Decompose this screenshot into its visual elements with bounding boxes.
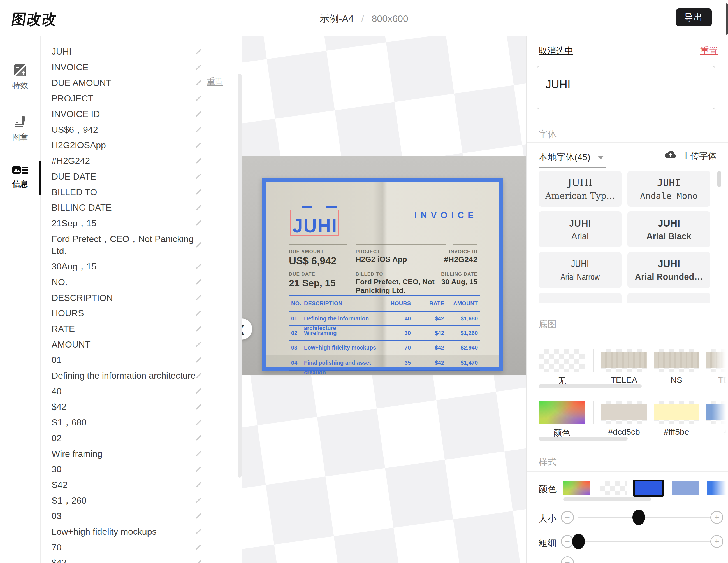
layer-item[interactable]: RATE xyxy=(41,321,242,337)
layer-item[interactable]: $42 xyxy=(41,555,242,563)
local-fonts-dropdown[interactable]: 本地字体(45) xyxy=(539,151,606,168)
base-swatch-颜色[interactable] xyxy=(539,400,585,424)
layer-item[interactable]: H2G2iOSApp xyxy=(41,138,242,153)
edit-pencil-icon[interactable] xyxy=(194,465,202,473)
layer-item[interactable]: BILLED TO xyxy=(41,184,242,200)
edit-pencil-icon[interactable] xyxy=(194,110,202,118)
layer-item[interactable]: PROJECT xyxy=(41,91,242,107)
size-decrease-button[interactable]: − xyxy=(561,511,574,524)
edit-pencil-icon[interactable] xyxy=(194,481,202,489)
edit-pencil-icon[interactable] xyxy=(194,325,202,333)
edit-pencil-icon[interactable] xyxy=(194,403,202,411)
edit-pencil-icon[interactable] xyxy=(194,497,202,504)
layer-item[interactable]: DESCRIPTION xyxy=(41,290,242,305)
layers-reset-link[interactable]: 重置 xyxy=(207,76,223,87)
selection-box[interactable] xyxy=(290,210,339,236)
layer-item[interactable]: DUE DATE xyxy=(41,169,242,185)
layer-item[interactable]: 30 xyxy=(41,462,242,477)
layer-item[interactable]: INVOICE xyxy=(41,60,242,75)
layer-item[interactable]: JUHI xyxy=(41,44,242,60)
base-swatch-#dcd5cb[interactable] xyxy=(601,400,647,424)
edit-pencil-icon[interactable] xyxy=(194,204,202,212)
layer-item[interactable]: $42 xyxy=(41,399,242,415)
upload-font-button[interactable]: 上传字体 xyxy=(663,150,717,162)
edit-pencil-icon[interactable] xyxy=(194,512,202,520)
layer-item[interactable]: 01 xyxy=(41,352,242,368)
layer-item[interactable]: Wire framing xyxy=(41,446,242,462)
base-swatch-NS[interactable] xyxy=(654,349,699,372)
edit-pencil-icon[interactable] xyxy=(194,241,202,249)
edit-pencil-icon[interactable] xyxy=(194,434,202,442)
layer-item[interactable]: 02 xyxy=(41,430,242,446)
edit-pencil-icon[interactable] xyxy=(194,95,202,103)
layer-item[interactable]: 40 xyxy=(41,383,242,399)
layer-item[interactable]: Low+high fidelity mockups xyxy=(41,524,242,540)
deselect-link[interactable]: 取消选中 xyxy=(539,45,573,57)
layer-item[interactable]: BILLING DATE xyxy=(41,200,242,216)
canvas[interactable]: JUHI INVOICE DUE AMOUNTUS$ 6,942PROJECTH… xyxy=(242,36,526,563)
edit-pencil-icon[interactable] xyxy=(194,309,202,317)
style-color-swatch[interactable] xyxy=(600,481,627,495)
style-swatch-scrollbar[interactable] xyxy=(563,497,651,501)
base-swatch-TELEA[interactable] xyxy=(601,349,647,372)
edit-pencil-icon[interactable] xyxy=(194,173,202,180)
layers-scrollbar[interactable] xyxy=(238,74,242,478)
sidebar-item-effects[interactable]: 特效 xyxy=(0,64,40,91)
layer-item[interactable]: 30Aug，15 xyxy=(41,259,242,275)
edit-pencil-icon[interactable] xyxy=(194,219,202,227)
edit-pencil-icon[interactable] xyxy=(194,356,202,364)
layer-item[interactable]: #H2G242 xyxy=(41,153,242,169)
style-color-swatch[interactable] xyxy=(633,479,664,497)
font-option[interactable]: JUHIArial Black xyxy=(627,212,710,247)
edit-pencil-icon[interactable] xyxy=(194,559,202,563)
sidebar-item-info[interactable]: 信息 xyxy=(0,165,40,189)
extra-decrease-button[interactable]: − xyxy=(561,556,574,563)
page-scrollbar[interactable] xyxy=(726,3,728,35)
text-edit-input[interactable] xyxy=(537,66,715,109)
base-row2-scrollbar[interactable] xyxy=(539,437,628,441)
layer-item[interactable]: S1，260 xyxy=(41,493,242,508)
edit-pencil-icon[interactable] xyxy=(194,340,202,348)
export-button[interactable]: 导出 xyxy=(676,8,712,26)
edit-pencil-icon[interactable] xyxy=(194,188,202,196)
layer-item[interactable]: 21Sep，15 xyxy=(41,216,242,231)
base-swatch-#8[interactable] xyxy=(706,400,728,424)
edit-pencil-icon[interactable] xyxy=(194,387,202,395)
edit-pencil-icon[interactable] xyxy=(194,419,202,427)
weight-increase-button[interactable]: + xyxy=(710,535,723,548)
layer-item[interactable]: INVOICE ID xyxy=(41,107,242,122)
edit-pencil-icon[interactable] xyxy=(194,278,202,286)
edit-pencil-icon[interactable] xyxy=(194,294,202,302)
layer-item[interactable]: AMOUNT xyxy=(41,337,242,352)
font-grid-scrollbar[interactable] xyxy=(717,171,721,187)
base-swatch-TELE[interactable] xyxy=(706,349,728,372)
font-option[interactable]: JUHIAmerican Typ… xyxy=(539,171,622,207)
layer-item[interactable]: S42 xyxy=(41,477,242,493)
style-color-swatch[interactable] xyxy=(707,481,728,495)
edit-pencil-icon[interactable] xyxy=(194,48,202,56)
edit-pencil-icon[interactable] xyxy=(194,64,202,71)
font-option[interactable]: JUHIArial Narrow xyxy=(539,252,622,288)
weight-slider-thumb[interactable] xyxy=(572,534,585,549)
edit-pencil-icon[interactable] xyxy=(194,263,202,271)
edit-pencil-icon[interactable] xyxy=(194,79,202,87)
font-option[interactable] xyxy=(539,293,622,302)
edit-pencil-icon[interactable] xyxy=(194,372,202,380)
font-option[interactable]: JUHIArial Rounded… xyxy=(627,252,710,288)
size-slider-thumb[interactable] xyxy=(632,509,645,525)
sidebar-item-stamp[interactable]: 图章 xyxy=(0,115,40,143)
edit-pencil-icon[interactable] xyxy=(194,157,202,165)
edit-pencil-icon[interactable] xyxy=(194,126,202,134)
base-swatch-none[interactable] xyxy=(539,349,585,372)
layer-item[interactable]: Defining the information architecture xyxy=(41,368,242,384)
style-color-swatch[interactable] xyxy=(672,481,699,495)
inspector-reset-link[interactable]: 重置 xyxy=(700,45,718,57)
invoice-image[interactable]: JUHI INVOICE DUE AMOUNTUS$ 6,942PROJECTH… xyxy=(242,156,526,375)
layer-item[interactable]: Ford Prefect，CEO，Not Panicking Ltd. xyxy=(41,231,242,259)
edit-pencil-icon[interactable] xyxy=(194,142,202,149)
layer-item[interactable]: US$6，942 xyxy=(41,122,242,138)
layer-item[interactable]: 03 xyxy=(41,508,242,524)
layer-item[interactable]: HOURS xyxy=(41,305,242,321)
size-increase-button[interactable]: + xyxy=(710,511,723,524)
base-swatch-#fff5be[interactable] xyxy=(654,400,699,424)
